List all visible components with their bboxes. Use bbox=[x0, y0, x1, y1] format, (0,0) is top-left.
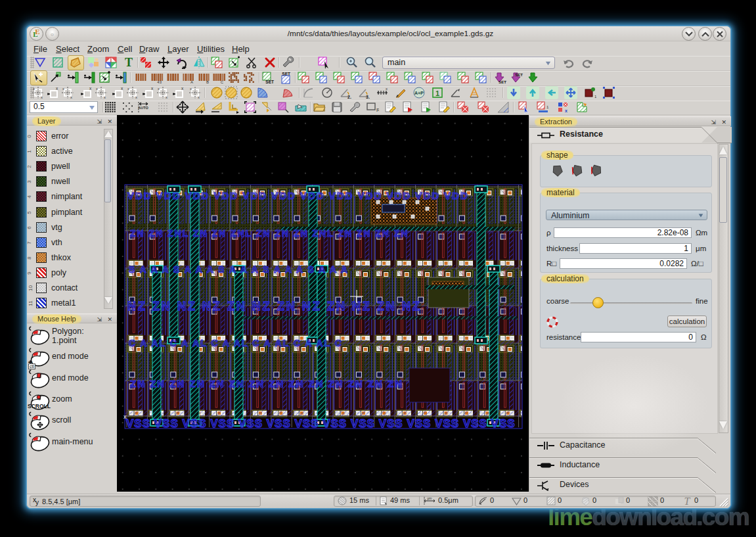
svg-text:x: x bbox=[198, 95, 200, 99]
svg-text:x: x bbox=[386, 87, 388, 91]
svg-text:x: x bbox=[135, 95, 137, 99]
svg-text:1: 1 bbox=[435, 89, 439, 97]
svg-text:x: x bbox=[151, 86, 154, 91]
svg-text:x: x bbox=[89, 86, 92, 91]
svg-text:x: x bbox=[104, 95, 106, 99]
svg-text:AUTO: AUTO bbox=[138, 106, 148, 110]
svg-text:x: x bbox=[96, 87, 98, 91]
svg-text:x: x bbox=[166, 95, 167, 99]
svg-text:2.: 2. bbox=[347, 95, 351, 99]
svg-text:ZN ZN ZNL ZN ZN ZNL ZN: ZN ZN ZNL ZN ZN ZNL ZN ZN ZN ZNL ZN ZN Z… bbox=[130, 228, 409, 239]
svg-text:S A A A S A A A S A: S A A A S A A A S A A A S A A A S A A A bbox=[129, 264, 349, 275]
svg-text:x: x bbox=[41, 95, 43, 99]
svg-text:ZN ZN ZN ZN ZN ZN ZN ZN: ZN ZN ZN ZN ZN ZN ZN ZN ZN ZN ZN ZN ZN Z… bbox=[130, 378, 403, 389]
svg-text:SET: SET bbox=[515, 73, 523, 77]
svg-text:x: x bbox=[56, 86, 58, 91]
svg-text:NZ ZN NZ NZ ZN NZ ZN NZ: NZ ZN NZ NZ ZN NZ ZN NZ ZN NZ ZN NZ bbox=[127, 300, 422, 313]
svg-text:x: x bbox=[158, 87, 160, 91]
svg-text:x: x bbox=[181, 86, 184, 91]
svg-text:x: x bbox=[121, 86, 123, 91]
svg-text:x: x bbox=[123, 413, 127, 420]
svg-text:A: A bbox=[190, 80, 193, 84]
svg-text:T: T bbox=[684, 496, 691, 506]
svg-text:T: T bbox=[125, 56, 133, 69]
svg-text:SET: SET bbox=[265, 80, 274, 84]
svg-text:1: 1 bbox=[594, 95, 596, 99]
svg-text:L: L bbox=[33, 30, 37, 38]
svg-text:x: x bbox=[70, 95, 72, 99]
svg-text:R: R bbox=[376, 107, 379, 113]
svg-text:43: 43 bbox=[157, 80, 162, 84]
svg-text:1: 1 bbox=[546, 105, 549, 109]
svg-text:A=P: A=P bbox=[414, 91, 424, 95]
svg-text:VSS VSS VSS VSS VSS VSS VSS VS: VSS VSS VSS VSS VSS VSS VSS VSS VSS VSS … bbox=[126, 417, 516, 430]
svg-text:3.: 3. bbox=[366, 95, 370, 99]
svg-text:x: x bbox=[565, 108, 567, 113]
svg-text:B: B bbox=[206, 80, 209, 84]
svg-text:SET: SET bbox=[499, 80, 506, 84]
svg-text:x: x bbox=[190, 87, 192, 91]
svg-text:C: C bbox=[221, 80, 224, 84]
svg-text:x: x bbox=[62, 87, 64, 91]
svg-text:C A AL C A AL C A AL: C A AL C A AL C A AL C A AL C A AL C bbox=[129, 338, 343, 348]
svg-text:μm: μm bbox=[427, 496, 432, 500]
svg-text:VDD VDD VDD VDD VDD VDD: VDD VDD VDD VDD VDD VDD VDD VDD VDD VDD … bbox=[127, 190, 469, 201]
svg-text:x: x bbox=[33, 87, 35, 91]
svg-text:x: x bbox=[127, 87, 129, 91]
